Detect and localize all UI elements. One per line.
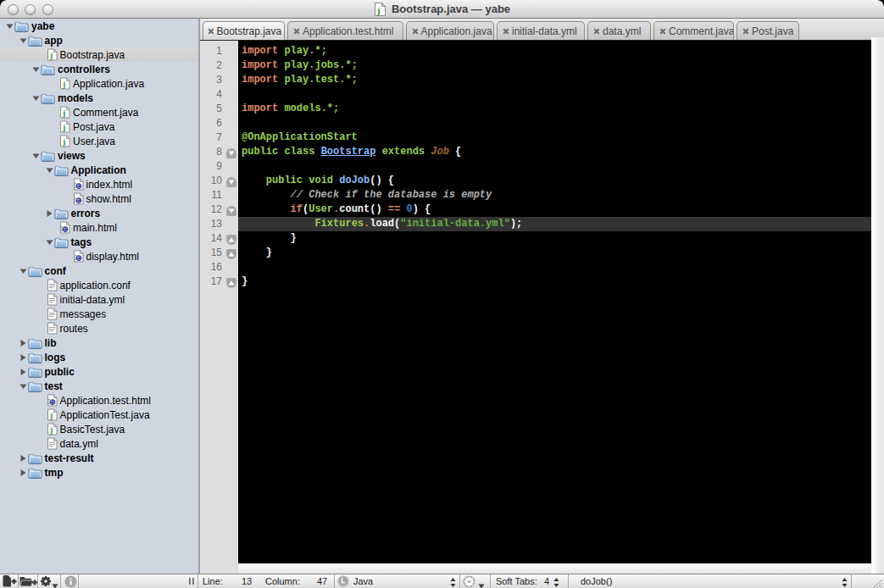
svg-text:j: j bbox=[62, 108, 65, 118]
svg-text:j: j bbox=[49, 425, 53, 435]
svg-text:j: j bbox=[376, 5, 381, 15]
svg-text:j: j bbox=[62, 123, 65, 132]
svg-text:j: j bbox=[49, 411, 53, 420]
svg-text:j: j bbox=[49, 51, 53, 60]
svg-text:j: j bbox=[62, 137, 65, 147]
svg-text:j: j bbox=[62, 80, 65, 89]
